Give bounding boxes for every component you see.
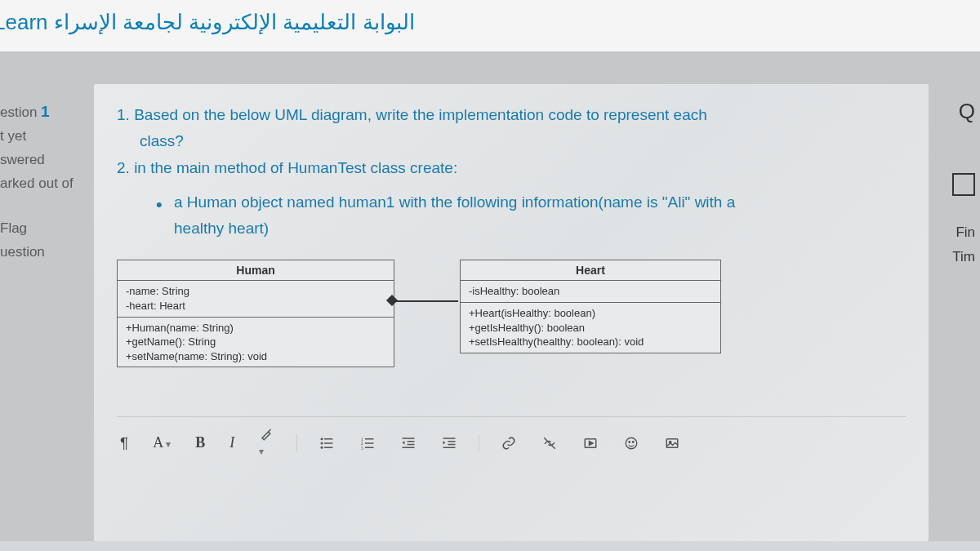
ol-button[interactable]: 123 <box>356 434 379 452</box>
svg-rect-9 <box>365 442 374 444</box>
svg-point-23 <box>629 441 630 442</box>
svg-rect-3 <box>324 442 333 444</box>
unlink-button[interactable] <box>538 434 561 452</box>
font-color-button[interactable]: A <box>149 433 174 453</box>
media-button[interactable] <box>579 434 602 452</box>
link-icon <box>501 436 517 451</box>
indent-button[interactable] <box>438 434 461 452</box>
svg-rect-16 <box>443 438 456 439</box>
toolbar-separator <box>479 434 479 452</box>
image-button[interactable] <box>661 434 684 452</box>
main-area: estion 1 t yet swered arked out of Flag … <box>0 51 980 541</box>
svg-rect-15 <box>403 447 415 448</box>
toolbar-separator <box>296 434 297 452</box>
list-ol-icon: 123 <box>359 436 376 451</box>
site-title: البوابة التعليمية الإلكترونية لجامعة الإ… <box>0 10 980 35</box>
unlink-icon <box>541 436 558 451</box>
question-text: 1. Based on the below UML diagram, write… <box>117 102 906 242</box>
uml-class-heart: Heart -isHealthy: boolean +Heart(isHealt… <box>460 260 721 353</box>
svg-rect-14 <box>408 443 415 445</box>
brush-icon <box>259 427 275 442</box>
uml-composition-connector <box>396 300 458 302</box>
emoji-button[interactable] <box>620 434 643 452</box>
svg-rect-7 <box>365 438 374 440</box>
uml-human-operations: +Human(name: String) +getName(): String … <box>118 318 394 367</box>
italic-button[interactable]: I <box>226 433 238 453</box>
right-info-column: Q Fin Tim <box>935 84 980 541</box>
svg-rect-19 <box>443 447 456 448</box>
question-content-panel: 1. Based on the below UML diagram, write… <box>94 84 929 541</box>
uml-class-human: Human -name: String -heart: Heart +Human… <box>117 260 394 367</box>
svg-text:3: 3 <box>361 445 363 450</box>
emoji-icon <box>623 436 639 451</box>
editor-toolbar: ¶ A B I 123 <box>117 416 906 460</box>
outdent-icon <box>400 436 416 451</box>
brush-button[interactable] <box>256 425 278 460</box>
paragraph-button[interactable]: ¶ <box>117 433 131 454</box>
image-icon <box>664 436 680 451</box>
svg-rect-12 <box>403 438 415 439</box>
indent-icon <box>441 436 457 451</box>
time-label: Tim <box>940 249 975 265</box>
svg-rect-5 <box>324 447 333 448</box>
list-ul-icon <box>318 436 335 451</box>
status-not-yet: t yet <box>0 125 87 149</box>
link-button[interactable] <box>497 434 520 452</box>
svg-rect-1 <box>324 438 333 440</box>
svg-point-0 <box>321 438 323 440</box>
flag-question-link[interactable]: uestion <box>0 241 87 264</box>
uml-diagram: Human -name: String -heart: Heart +Human… <box>117 260 906 367</box>
finish-label[interactable]: Fin <box>940 224 975 241</box>
uml-heart-attributes: -isHealthy: boolean <box>461 281 720 303</box>
status-answered: swered <box>0 149 87 172</box>
uml-heart-operations: +Heart(isHealthy: boolean) +getIsHealthy… <box>461 303 720 353</box>
flag-link[interactable]: Flag <box>0 217 87 241</box>
quiz-nav-label: Q <box>940 99 975 124</box>
question-number: estion 1 <box>0 99 87 125</box>
outdent-button[interactable] <box>397 434 420 452</box>
svg-point-22 <box>626 438 637 449</box>
header-bar: البوابة التعليمية الإلكترونية لجامعة الإ… <box>0 0 980 51</box>
question-nav-sidebar: estion 1 t yet swered arked out of Flag … <box>0 84 94 541</box>
status-marked: arked out of <box>0 172 87 196</box>
question-box-icon[interactable] <box>952 173 975 196</box>
svg-rect-13 <box>408 441 415 442</box>
uml-human-attributes: -name: String -heart: Heart <box>118 281 394 317</box>
svg-rect-17 <box>448 441 456 442</box>
svg-point-2 <box>321 442 323 444</box>
bold-button[interactable]: B <box>192 433 208 453</box>
ul-button[interactable] <box>315 434 338 452</box>
media-icon <box>582 436 599 451</box>
svg-rect-18 <box>448 443 456 445</box>
svg-rect-11 <box>365 447 374 448</box>
svg-point-4 <box>321 446 323 448</box>
svg-point-24 <box>633 441 635 442</box>
